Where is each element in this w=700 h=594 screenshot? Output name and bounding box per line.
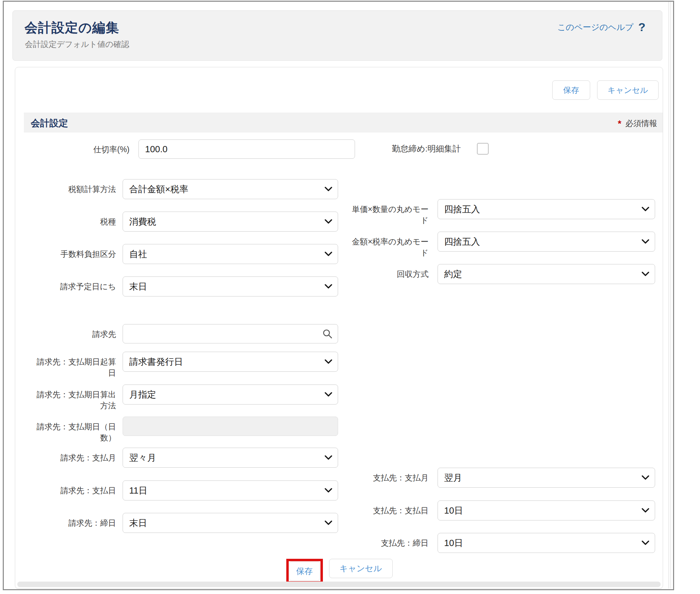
billing-pay-day-value: 11日: [129, 485, 147, 497]
billing-due-calc-value: 月指定: [129, 389, 156, 401]
billing-pay-month-select[interactable]: 翌々月: [123, 448, 338, 468]
save-button-bottom[interactable]: 保存: [289, 562, 320, 581]
chevron-down-icon: [642, 475, 649, 480]
chevron-down-icon: [325, 520, 332, 525]
chevron-down-icon: [325, 392, 332, 397]
fee-burden-label: 手数料負担区分: [35, 244, 116, 260]
chevron-down-icon: [325, 455, 332, 460]
payee-close-day-value: 10日: [444, 537, 463, 549]
payee-close-day-select[interactable]: 10日: [438, 533, 655, 553]
chevron-down-icon: [325, 252, 332, 256]
save-button-top[interactable]: 保存: [552, 80, 590, 100]
help-link[interactable]: このページのヘルプ ?: [557, 20, 645, 34]
billing-close-day-label: 請求先：締日: [35, 513, 116, 528]
search-icon[interactable]: [322, 329, 333, 339]
billing-due-day-select[interactable]: 末日: [123, 276, 338, 296]
vertical-scrollbar[interactable]: [669, 2, 671, 588]
chevron-down-icon: [325, 488, 332, 493]
billing-due-start-label: 請求先：支払期日起算日: [35, 352, 116, 378]
chevron-down-icon: [642, 508, 649, 513]
row-billing-dest: 請求先: [15, 324, 663, 343]
row-close-day: 請求先：締日 末日 支払先：締日 10日: [15, 513, 663, 553]
page-header: 会計設定の編集 会計設定デフォルト値の確認 このページのヘルプ ?: [12, 10, 662, 61]
billing-dest-search-input[interactable]: [123, 324, 338, 343]
help-link-label[interactable]: このページのヘルプ: [557, 22, 634, 33]
billing-due-calc-select[interactable]: 月指定: [123, 384, 338, 405]
required-info: * 必須情報: [618, 118, 657, 129]
billing-due-days-input: [123, 417, 338, 436]
required-asterisk: *: [618, 120, 621, 127]
billing-dest-label: 請求先: [35, 324, 116, 340]
chevron-down-icon: [642, 239, 649, 244]
help-question-icon[interactable]: ?: [638, 20, 645, 34]
chevron-down-icon: [642, 207, 649, 212]
billing-due-day-label: 請求予定日にち: [35, 276, 116, 292]
billing-pay-month-label: 請求先：支払月: [35, 448, 116, 463]
billing-due-start-value: 請求書発行日: [129, 356, 183, 368]
billing-close-day-value: 末日: [129, 517, 147, 529]
billing-close-day-select[interactable]: 末日: [123, 513, 338, 533]
bottom-toolbar: 保存 キャンセル: [15, 559, 663, 584]
chevron-down-icon: [325, 219, 332, 224]
billing-due-days-label: 請求先：支払期日（日数）: [35, 417, 116, 443]
fee-burden-select[interactable]: 自社: [123, 244, 338, 264]
chevron-down-icon: [325, 359, 332, 364]
chevron-down-icon: [325, 284, 332, 289]
required-label: 必須情報: [625, 118, 657, 129]
page-subtitle: 会計設定デフォルト値の確認: [25, 39, 129, 50]
chevron-down-icon: [325, 187, 332, 192]
accounting-settings-form: 保存 キャンセル 会計設定 * 必須情報 仕切率(%) 勤怠締め:明細集計 税額…: [15, 67, 663, 589]
cancel-button-bottom[interactable]: キャンセル: [329, 559, 393, 578]
section-header: 会計設定 * 必須情報: [24, 113, 663, 133]
billing-due-start-select[interactable]: 請求書発行日: [123, 352, 338, 372]
cancel-button-top[interactable]: キャンセル: [597, 80, 659, 100]
billing-pay-day-select[interactable]: 11日: [123, 480, 338, 500]
screen: 会計設定の編集 会計設定デフォルト値の確認 このページのヘルプ ? 保存 キャン…: [0, 0, 700, 594]
billing-pay-month-value: 翌々月: [129, 452, 156, 464]
tax-type-value: 消費税: [129, 216, 156, 228]
billing-pay-day-label: 請求先：支払日: [35, 480, 116, 496]
kintai-checkbox[interactable]: [477, 143, 489, 155]
shikiri-rate-label: 仕切率(%): [48, 139, 130, 155]
top-toolbar: 保存 キャンセル: [552, 80, 659, 100]
tax-type-label: 税種: [35, 212, 116, 227]
horizontal-scrollbar[interactable]: [17, 582, 661, 587]
payee-close-day-label: 支払先：締日: [350, 533, 429, 548]
red-highlight-box: 保存: [286, 559, 323, 584]
tax-calc-select[interactable]: 合計金額×税率: [123, 179, 338, 199]
row-billing-due-day: 請求予定日にち 末日: [15, 276, 663, 296]
billing-due-calc-label: 請求先：支払期日算出方法: [35, 384, 116, 411]
row-billing-due-calc: 請求先：支払期日算出方法 月指定: [15, 384, 663, 405]
page-title: 会計設定の編集: [25, 19, 119, 37]
chevron-down-icon: [642, 272, 649, 276]
section-title: 会計設定: [31, 117, 68, 129]
kintai-checkbox-label: 勤怠締め:明細集計: [374, 139, 461, 154]
billing-due-day-value: 末日: [129, 281, 147, 293]
shikiri-rate-input[interactable]: [138, 139, 355, 159]
fee-burden-value: 自社: [129, 248, 147, 260]
tax-type-select[interactable]: 消費税: [123, 212, 338, 232]
chevron-down-icon: [642, 541, 649, 545]
tax-calc-value: 合計金額×税率: [129, 183, 188, 195]
tax-calc-label: 税額計算方法: [35, 179, 116, 195]
row-billing-due-start: 請求先：支払期日起算日 請求書発行日: [15, 352, 663, 372]
